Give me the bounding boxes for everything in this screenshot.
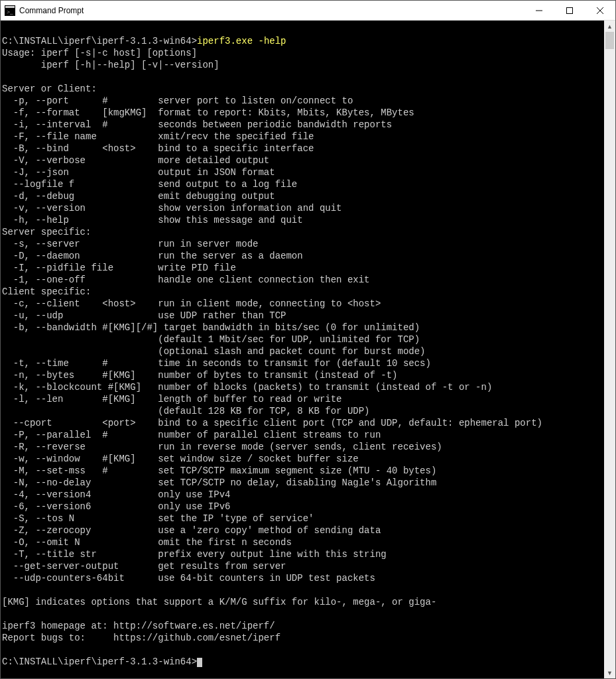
svg-rect-1 <box>5 6 15 8</box>
option-line: -t, --time # time in seconds to transmit… <box>2 358 431 369</box>
usage-line: Usage: iperf [-s|-c host] [options] <box>2 48 197 58</box>
option-line: --logfile f send output to a log file <box>2 179 297 190</box>
scroll-up-arrow-icon[interactable]: ▲ <box>604 21 615 32</box>
maximize-button[interactable] <box>554 1 585 20</box>
bugs-line: Report bugs to: https://github.com/esnet… <box>2 633 280 643</box>
command-prompt-icon: >_ <box>5 5 15 16</box>
scroll-thumb[interactable] <box>605 32 614 49</box>
usage-line: iperf [-h|--help] [-v|--version] <box>2 60 219 70</box>
svg-text:>_: >_ <box>7 9 13 15</box>
client-area: C:\INSTALL\iperf\iperf-3.1.3-win64>iperf… <box>1 21 615 678</box>
option-line: -F, --file name xmit/recv the specified … <box>2 131 314 142</box>
option-line: -B, --bind <host> bind to a specific int… <box>2 143 314 154</box>
option-line: -u, --udp use UDP rather than TCP <box>2 310 286 321</box>
option-line: -v, --version show version information a… <box>2 203 341 214</box>
svg-rect-4 <box>567 7 573 13</box>
option-line: -k, --blockcount #[KMG] number of blocks… <box>2 382 492 393</box>
option-line: -Z, --zerocopy use a 'zero copy' method … <box>2 525 381 536</box>
option-line: -n, --bytes #[KMG] number of bytes to tr… <box>2 370 398 381</box>
option-line: -T, --title str prefix every output line… <box>2 549 387 560</box>
command-prompt-window: >_ Command Prompt C:\INSTALL\iperf\iperf… <box>0 0 616 679</box>
option-line: -4, --version4 only use IPv4 <box>2 489 230 500</box>
option-line: -6, --version6 only use IPv6 <box>2 501 230 512</box>
option-line: -b, --bandwidth #[KMG][/#] target bandwi… <box>2 322 420 333</box>
option-line: -p, --port # server port to listen on/co… <box>2 95 353 106</box>
option-line: --get-server-output get results from ser… <box>2 561 286 572</box>
option-line: -w, --window #[KMG] set window size / so… <box>2 454 359 464</box>
option-line: -c, --client <host> run in client mode, … <box>2 298 381 309</box>
option-line: --udp-counters-64bit use 64-bit counters… <box>2 573 375 584</box>
prompt-path: C:\INSTALL\iperf\iperf-3.1.3-win64> <box>2 656 197 667</box>
option-line: -J, --json output in JSON format <box>2 167 275 178</box>
option-line: -R, --reverse run in reverse mode (serve… <box>2 442 442 452</box>
option-line: -V, --verbose more detailed output <box>2 155 269 166</box>
option-line: -N, --no-delay set TCP/SCTP no delay, di… <box>2 477 436 488</box>
option-line: -P, --parallel # number of parallel clie… <box>2 430 381 440</box>
option-line: -1, --one-off handle one client connecti… <box>2 275 370 285</box>
minimize-button[interactable] <box>524 1 554 20</box>
prompt-path: C:\INSTALL\iperf\iperf-3.1.3-win64> <box>2 36 197 46</box>
cursor <box>197 658 202 667</box>
option-line: -s, --server run in server mode <box>2 239 258 249</box>
vertical-scrollbar[interactable]: ▲ ▼ <box>604 21 615 678</box>
terminal-output[interactable]: C:\INSTALL\iperf\iperf-3.1.3-win64>iperf… <box>1 21 604 678</box>
scroll-down-arrow-icon[interactable]: ▼ <box>604 667 615 678</box>
option-line: --cport <port> bind to a specific client… <box>2 418 542 428</box>
window-controls <box>524 1 615 20</box>
option-line: -O, --omit N omit the first n seconds <box>2 537 292 548</box>
option-line: (default 1 Mbit/sec for UDP, unlimited f… <box>2 334 420 345</box>
option-line: -d, --debug emit debugging output <box>2 191 275 202</box>
option-line: -h, --help show this message and quit <box>2 215 303 225</box>
option-line: -S, --tos N set the IP 'type of service' <box>2 513 314 524</box>
section-header: Client specific: <box>2 286 91 297</box>
section-header: Server or Client: <box>2 84 97 94</box>
homepage-line: iperf3 homepage at: http://software.es.n… <box>2 621 275 631</box>
footnote-line: [KMG] indicates options that support a K… <box>2 597 436 607</box>
option-line: (default 128 KB for TCP, 8 KB for UDP) <box>2 406 370 416</box>
titlebar[interactable]: >_ Command Prompt <box>1 1 615 21</box>
close-button[interactable] <box>585 1 615 20</box>
window-title: Command Prompt <box>19 6 524 15</box>
option-line: -D, --daemon run the server as a daemon <box>2 251 303 261</box>
option-line: -M, --set-mss # set TCP/SCTP maximum seg… <box>2 465 436 476</box>
option-line: -l, --len #[KMG] length of buffer to rea… <box>2 394 341 404</box>
option-line: -f, --format [kmgKMG] format to report: … <box>2 107 414 118</box>
option-line: -I, --pidfile file write PID file <box>2 263 236 273</box>
section-header: Server specific: <box>2 227 91 237</box>
option-line: -i, --interval # seconds between periodi… <box>2 119 392 130</box>
option-line: (optional slash and packet count for bur… <box>2 346 426 357</box>
command-input: iperf3.exe -help <box>197 36 286 46</box>
